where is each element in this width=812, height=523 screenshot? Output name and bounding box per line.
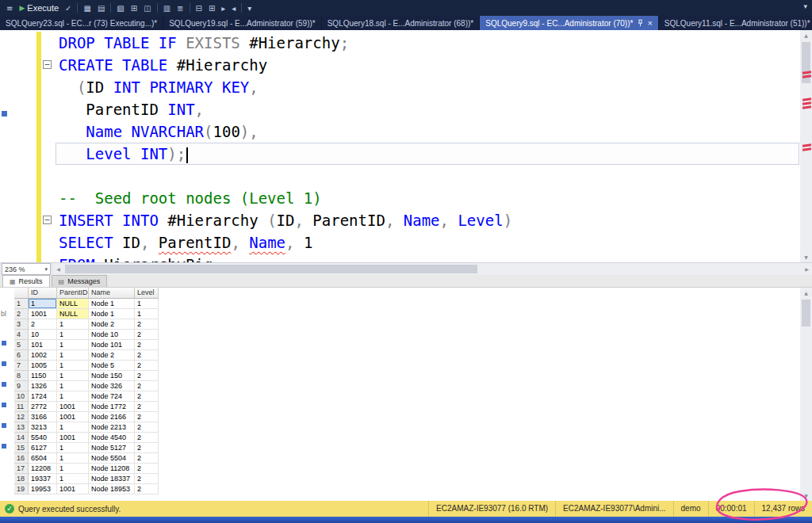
row-header[interactable]: 4: [14, 330, 29, 340]
grid-cell[interactable]: 1002: [29, 350, 57, 361]
grid-cell[interactable]: 2: [135, 340, 159, 350]
live-query-stats-icon[interactable]: ◫: [140, 1, 154, 15]
editor-horizontal-scrollbar[interactable]: ◀ ▶: [53, 263, 812, 275]
row-header[interactable]: 2: [14, 309, 29, 319]
intellisense-icon[interactable]: ≣: [174, 1, 186, 15]
row-header[interactable]: 15: [14, 443, 29, 453]
row-header[interactable]: 19: [14, 484, 29, 494]
grid-cell[interactable]: 2: [135, 484, 159, 494]
grid-cell[interactable]: 2: [135, 361, 159, 371]
grid-scrollbar-thumb[interactable]: [802, 300, 810, 326]
sql-editor[interactable]: DROP TABLE IF EXISTS #Hierarchy;−CREATE …: [0, 30, 812, 262]
grid-cell[interactable]: Node 18337: [89, 474, 135, 484]
grid-cell[interactable]: Node 10: [89, 330, 135, 340]
row-header[interactable]: 3: [14, 319, 29, 330]
row-header[interactable]: 17: [14, 464, 29, 474]
grid-cell[interactable]: 2: [135, 412, 159, 422]
grid-cell[interactable]: 1: [57, 361, 89, 371]
grid-cell[interactable]: 1: [135, 309, 159, 319]
grid-cell[interactable]: 1001: [29, 309, 57, 319]
grid-cell[interactable]: 1: [57, 443, 89, 453]
row-header[interactable]: 10: [14, 391, 29, 402]
grid-cell[interactable]: 2772: [29, 402, 57, 412]
scroll-right-icon[interactable]: ▶: [802, 263, 812, 275]
document-tab-sqlquery9[interactable]: SQLQuery9.sql - EC...Administrator (70))…: [480, 16, 659, 30]
grid-cell[interactable]: 2: [135, 474, 159, 484]
grid-cell[interactable]: Node 18953: [89, 484, 135, 494]
grid-cell[interactable]: 6504: [29, 453, 57, 464]
grid-cell[interactable]: Node 5127: [89, 443, 135, 453]
column-header[interactable]: Name: [89, 288, 135, 299]
column-header[interactable]: Level: [135, 288, 159, 299]
grid-cell[interactable]: 1: [57, 422, 89, 433]
grid-cell[interactable]: 1: [57, 453, 89, 464]
parse-check-icon[interactable]: ✓: [62, 1, 75, 15]
grid-cell[interactable]: 2: [135, 402, 159, 412]
horizontal-scrollbar-thumb[interactable]: [65, 265, 477, 273]
row-header[interactable]: 8: [14, 371, 29, 381]
tab-messages[interactable]: ▤ Messages: [52, 275, 108, 287]
grid-cell[interactable]: 2: [135, 453, 159, 464]
close-icon[interactable]: ×: [647, 19, 652, 27]
grid-cell[interactable]: 1: [57, 340, 89, 350]
grid-cell[interactable]: 1150: [29, 371, 57, 381]
grid-cell[interactable]: Node 2213: [89, 422, 135, 433]
indent-icon[interactable]: ▸: [218, 1, 228, 15]
row-header[interactable]: 14: [14, 433, 29, 443]
grid-cell[interactable]: 1724: [29, 391, 57, 402]
active-files-icon[interactable]: ▾: [803, 2, 807, 10]
row-header[interactable]: 7: [14, 361, 29, 371]
pin-icon[interactable]: [638, 19, 643, 27]
row-header[interactable]: 12: [14, 412, 29, 422]
grid-cell[interactable]: Node 1: [89, 299, 135, 309]
grid-cell[interactable]: 2: [135, 443, 159, 453]
grid-cell[interactable]: 1326: [29, 381, 57, 391]
grid-cell[interactable]: Node 1772: [89, 402, 135, 412]
row-header[interactable]: 18: [14, 474, 29, 484]
grid-cell[interactable]: 3213: [29, 422, 57, 433]
grid-cell[interactable]: 1001: [57, 433, 89, 443]
grid-cell[interactable]: 5540: [29, 433, 57, 443]
grid-cell[interactable]: 1005: [29, 361, 57, 371]
document-tab-sqlquery11[interactable]: SQLQuery11.sql - E...Administrator (51))…: [659, 16, 812, 30]
grid-cell[interactable]: 101: [29, 340, 57, 350]
grid-cell[interactable]: Node 1: [89, 309, 135, 319]
grid-cell[interactable]: 2: [29, 319, 57, 330]
scroll-up-icon[interactable]: ▲: [800, 30, 812, 40]
results-to-text-icon[interactable]: ▤: [94, 1, 108, 15]
grid-cell[interactable]: Node 5: [89, 361, 135, 371]
grid-cell[interactable]: 1001: [57, 484, 89, 494]
comment-icon[interactable]: ⊟: [193, 1, 205, 15]
grid-cell[interactable]: 2: [135, 391, 159, 402]
grid-cell[interactable]: 1: [29, 299, 57, 309]
grid-cell[interactable]: Node 326: [89, 381, 135, 391]
grid-cell[interactable]: Node 2: [89, 350, 135, 361]
grid-cell[interactable]: 1: [57, 474, 89, 484]
scroll-down-icon[interactable]: ▼: [800, 491, 812, 501]
actual-plan-icon[interactable]: ⊞: [128, 1, 140, 15]
grid-cell[interactable]: 1: [57, 464, 89, 474]
grid-cell[interactable]: 2: [135, 464, 159, 474]
scroll-left-icon[interactable]: ◀: [53, 263, 63, 275]
grid-cell[interactable]: Node 5504: [89, 453, 135, 464]
row-header[interactable]: 6: [14, 350, 29, 361]
grid-cell[interactable]: 2: [135, 319, 159, 330]
grid-cell[interactable]: 1: [57, 330, 89, 340]
row-header[interactable]: 1: [14, 299, 29, 309]
grid-cell[interactable]: 2: [135, 381, 159, 391]
scroll-down-icon[interactable]: ▼: [800, 252, 812, 262]
uncomment-icon[interactable]: ⊞: [205, 1, 218, 15]
column-header[interactable]: ID: [29, 288, 57, 299]
grid-cell[interactable]: 19953: [29, 484, 57, 494]
grid-cell[interactable]: 1: [57, 371, 89, 381]
row-header[interactable]: 13: [14, 422, 29, 433]
grid-cell[interactable]: 2: [135, 433, 159, 443]
grid-vertical-scrollbar[interactable]: ▲ ▼: [800, 288, 812, 501]
results-grid[interactable]: IDParentIDNameLevel11NULLNode 1121001NUL…: [14, 288, 159, 494]
grid-cell[interactable]: 10: [29, 330, 57, 340]
row-header[interactable]: 5: [14, 340, 29, 350]
zoom-level-select[interactable]: 236 % ▾: [2, 263, 51, 275]
grid-cell[interactable]: 2: [135, 330, 159, 340]
estimated-plan-icon[interactable]: ▧: [113, 1, 127, 15]
document-tab-sqlquery23[interactable]: SQLQuery23.sql - EC...r (73) Executing..…: [0, 16, 163, 30]
